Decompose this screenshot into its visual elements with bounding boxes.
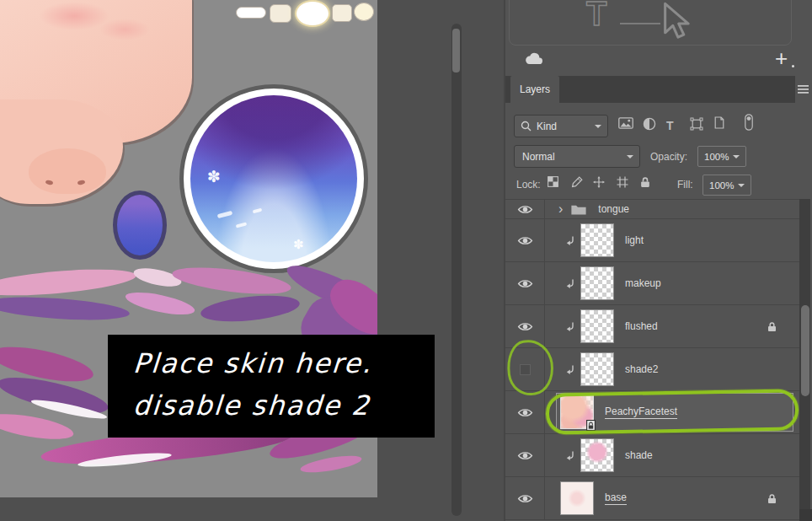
- layer-row[interactable]: › tongue: [505, 200, 800, 219]
- texture-blush: [39, 2, 110, 30]
- clipping-mask-arrow-icon: [565, 364, 575, 375]
- layer-name[interactable]: light: [625, 234, 644, 246]
- fill-value-field[interactable]: 100%: [702, 175, 751, 196]
- fill-value-text: 100%: [709, 180, 734, 191]
- layer-thumbnail[interactable]: [580, 309, 614, 343]
- visibility-toggle[interactable]: [505, 262, 545, 304]
- texture-lip-shape: [124, 287, 196, 319]
- layer-name[interactable]: flushed: [625, 320, 658, 332]
- layer-name[interactable]: base: [605, 491, 627, 505]
- selection-cursor-icon: [659, 2, 702, 40]
- eye-icon: [517, 278, 533, 289]
- photoshop-window: ✽ ✽ Place skin here. disable shade 2 T: [0, 0, 812, 521]
- scrollbar-corner: [799, 509, 812, 521]
- texture-tooth: [295, 0, 330, 27]
- layer-name[interactable]: makeup: [625, 277, 661, 289]
- filter-kind-dropdown[interactable]: Kind: [514, 115, 608, 137]
- filter-smart-objects-icon[interactable]: [714, 116, 724, 129]
- filter-toggle-switch[interactable]: [745, 114, 753, 131]
- opacity-value-text: 100%: [704, 152, 729, 162]
- chevron-down-icon: [627, 155, 633, 162]
- group-expand-caret[interactable]: ›: [558, 202, 563, 216]
- texture-blush: [99, 19, 150, 40]
- layer-name[interactable]: shade: [625, 449, 653, 461]
- layer-thumbnail[interactable]: [580, 352, 614, 386]
- layer-lock-icon: [767, 493, 777, 504]
- layer-thumbnail[interactable]: [560, 481, 594, 515]
- add-button[interactable]: +: [775, 46, 788, 72]
- layer-row[interactable]: flushed: [505, 305, 800, 348]
- lock-paint-brush-icon[interactable]: [571, 176, 583, 188]
- cloud-sync-icon[interactable]: [524, 52, 544, 65]
- annotation-loop-peachyfacetest: [546, 389, 799, 434]
- chevron-down-icon: [595, 125, 601, 132]
- kind-label: Kind: [537, 121, 557, 132]
- filter-type-layers-icon[interactable]: T: [666, 119, 674, 132]
- filter-shape-layers-icon[interactable]: [690, 117, 703, 131]
- texture-flower-sparkle: ✽: [207, 169, 221, 185]
- eye-icon: [517, 321, 533, 332]
- blend-mode-dropdown[interactable]: Normal: [514, 145, 640, 168]
- layer-thumbnail[interactable]: [580, 266, 614, 300]
- clipping-mask-arrow-icon: [565, 450, 575, 461]
- layers-panel: T + Layers Kind T: [505, 0, 812, 521]
- visibility-toggle[interactable]: [505, 477, 545, 519]
- layers-scrollbar-thumb[interactable]: [801, 305, 809, 396]
- clipping-mask-arrow-icon: [565, 278, 575, 289]
- type-tool-icon: T: [586, 0, 606, 33]
- layer-lock-icon: [767, 321, 777, 332]
- layer-name[interactable]: tongue: [598, 203, 629, 215]
- layer-thumbnail[interactable]: [580, 438, 614, 472]
- layer-thumbnail-art: [581, 439, 613, 471]
- layer-row[interactable]: base: [505, 477, 800, 520]
- lock-all-icon[interactable]: [640, 176, 650, 188]
- texture-lip-shape: [200, 292, 301, 325]
- layer-row[interactable]: shade: [505, 434, 800, 477]
- tab-layers[interactable]: Layers: [510, 76, 559, 103]
- filter-adjustment-layers-icon[interactable]: [643, 117, 656, 131]
- lock-artboard-icon[interactable]: [617, 176, 628, 188]
- instruction-note: Place skin here. disable shade 2: [108, 335, 435, 438]
- texture-tooth: [354, 3, 374, 21]
- opacity-value-field[interactable]: 100%: [697, 146, 746, 167]
- lock-position-move-icon[interactable]: [593, 176, 605, 188]
- chevron-down-icon: [733, 155, 740, 162]
- layer-row[interactable]: light: [505, 219, 800, 262]
- visibility-toggle[interactable]: [505, 219, 545, 261]
- visibility-toggle[interactable]: [505, 391, 545, 433]
- eye-icon: [517, 450, 533, 461]
- clipping-mask-arrow-icon: [565, 321, 575, 332]
- texture-nose: [29, 148, 106, 194]
- layer-thumbnail-art: [581, 267, 613, 299]
- layer-thumbnail-art: [581, 310, 613, 342]
- texture-flower-sparkle: ✽: [293, 238, 304, 250]
- texture-lip-shape: [0, 265, 137, 300]
- layer-row[interactable]: makeup: [505, 262, 800, 305]
- eye-icon: [517, 493, 533, 504]
- visibility-toggle[interactable]: [505, 434, 545, 476]
- layer-thumbnail-art: [561, 482, 593, 514]
- texture-tooth: [270, 4, 291, 23]
- layers-scrollbar[interactable]: [799, 199, 810, 509]
- folder-icon: [570, 203, 587, 215]
- visibility-toggle[interactable]: [505, 200, 545, 218]
- layer-thumbnail-art: [581, 353, 613, 385]
- filter-pixel-layers-icon[interactable]: [618, 117, 633, 129]
- texture-tooth: [332, 4, 352, 22]
- canvas-scrollbar[interactable]: [451, 24, 462, 516]
- layer-thumbnail-art: [581, 224, 613, 256]
- eye-icon: [517, 204, 533, 215]
- panel-menu-icon[interactable]: [798, 84, 809, 94]
- chevron-down-icon: [738, 184, 745, 191]
- layer-name[interactable]: shade2: [625, 363, 658, 375]
- texture-lip-shape: [0, 409, 75, 444]
- type-baseline: [620, 23, 660, 24]
- canvas-scrollbar-thumb[interactable]: [452, 29, 460, 73]
- note-line-1: Place skin here.: [131, 343, 435, 385]
- fill-label: Fill:: [677, 179, 693, 191]
- clipping-mask-arrow-icon: [565, 235, 575, 246]
- layer-thumbnail[interactable]: [580, 223, 614, 257]
- lock-transparency-icon[interactable]: [548, 176, 558, 187]
- eye-icon: [517, 407, 533, 418]
- texture-small-iris: [113, 191, 167, 260]
